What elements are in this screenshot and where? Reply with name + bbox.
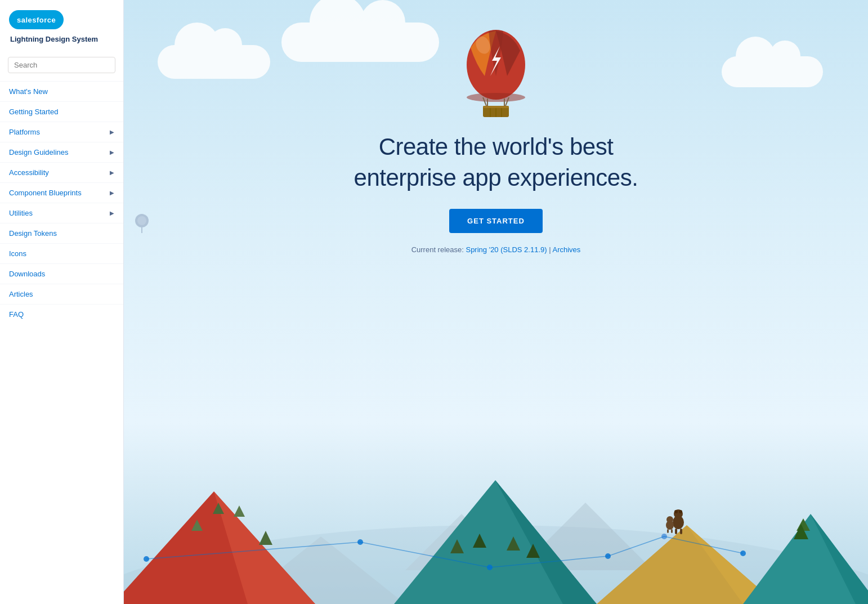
sidebar-item-platforms[interactable]: Platforms▶ (0, 122, 123, 142)
svg-point-54 (666, 516, 673, 523)
svg-point-2 (467, 93, 525, 102)
svg-point-13 (137, 216, 146, 225)
sidebar-item-getting-started[interactable]: Getting Started (0, 101, 123, 122)
hero-line-2: enterprise app experiences. (354, 163, 638, 194)
sidebar-item-label: Platforms (9, 128, 40, 136)
sidebar-item-utilities[interactable]: Utilities▶ (0, 203, 123, 223)
sidebar-item-label: Getting Started (9, 108, 58, 116)
logo-area: salesforce Lightning Design System (0, 0, 123, 52)
hero-line-1: Create the world's best (354, 132, 638, 163)
svg-point-49 (674, 510, 678, 513)
hero-section: Create the world's best enterprise app e… (124, 0, 868, 254)
salesforce-logo[interactable]: salesforce (9, 10, 64, 29)
sidebar-item-label: Design Tokens (9, 229, 57, 238)
sidebar-item-label: Component Blueprints (9, 189, 82, 197)
svg-rect-8 (483, 106, 509, 108)
sidebar-item-accessibility[interactable]: Accessibility▶ (0, 162, 123, 182)
sidebar: salesforce Lightning Design System What'… (0, 0, 124, 604)
main-content: Create the world's best enterprise app e… (124, 0, 868, 604)
svg-rect-51 (675, 529, 677, 534)
svg-marker-22 (234, 505, 245, 517)
get-started-button[interactable]: GET STARTED (449, 209, 543, 233)
svg-rect-52 (680, 529, 682, 534)
sidebar-item-icons[interactable]: Icons (0, 243, 123, 263)
search-box[interactable] (8, 57, 115, 73)
sidebar-item-downloads[interactable]: Downloads (0, 263, 123, 284)
chevron-right-icon: ▶ (110, 210, 114, 216)
salesforce-logo-text: salesforce (17, 16, 56, 24)
sidebar-item-component-blueprints[interactable]: Component Blueprints▶ (0, 182, 123, 203)
archives-link[interactable]: Archives (553, 245, 581, 254)
sidebar-item-label: Icons (9, 249, 26, 258)
pin-illustration (135, 214, 149, 231)
chevron-right-icon: ▶ (110, 149, 114, 155)
chevron-right-icon: ▶ (110, 129, 114, 135)
release-prefix: Current release: (411, 245, 466, 254)
sidebar-item-label: Downloads (9, 270, 45, 278)
landscape-illustration (124, 458, 868, 604)
svg-rect-56 (671, 529, 673, 533)
chevron-right-icon: ▶ (110, 169, 114, 176)
sidebar-item-design-tokens[interactable]: Design Tokens (0, 223, 123, 243)
chevron-right-icon: ▶ (110, 190, 114, 196)
balloon-illustration (459, 23, 533, 120)
nav-list: What's NewGetting StartedPlatforms▶Desig… (0, 81, 123, 324)
svg-rect-55 (667, 529, 669, 533)
sidebar-item-faq[interactable]: FAQ (0, 304, 123, 324)
hero-headline: Create the world's best enterprise app e… (354, 132, 638, 193)
release-info: Current release: Spring '20 (SLDS 2.11.9… (411, 245, 581, 254)
sidebar-item-articles[interactable]: Articles (0, 284, 123, 304)
sidebar-item-design-guidelines[interactable]: Design Guidelines▶ (0, 142, 123, 162)
sidebar-item-label: Accessibility (9, 168, 49, 177)
sidebar-item-label: Articles (9, 290, 33, 298)
sidebar-item-whats-new[interactable]: What's New (0, 81, 123, 101)
sidebar-item-label: FAQ (9, 310, 24, 319)
release-link[interactable]: Spring '20 (SLDS 2.11.9) (466, 245, 547, 254)
sidebar-item-label: Design Guidelines (9, 148, 69, 156)
sidebar-item-label: Utilities (9, 209, 33, 217)
svg-point-50 (679, 510, 682, 513)
search-input[interactable] (8, 57, 115, 73)
sidebar-item-label: What's New (9, 87, 48, 96)
sidebar-title: Lightning Design System (9, 35, 98, 43)
svg-marker-23 (259, 531, 272, 545)
